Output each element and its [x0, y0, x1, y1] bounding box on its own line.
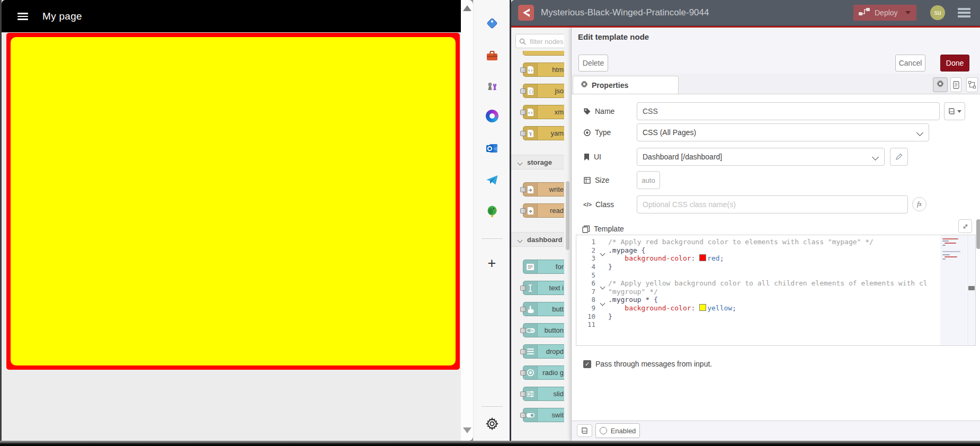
- size-auto-button[interactable]: auto: [637, 171, 660, 189]
- palette-category-storage[interactable]: storage: [511, 155, 564, 170]
- fx-button[interactable]: fx: [912, 197, 926, 211]
- deploy-dropdown-icon[interactable]: [905, 11, 911, 14]
- palette-node-for[interactable]: for: [523, 260, 564, 274]
- tray-toolbar: Delete Cancel Done: [572, 47, 980, 74]
- palette-node-partial: [523, 51, 564, 56]
- appearance-tab-button[interactable]: [966, 77, 978, 92]
- radio-icon: [523, 366, 538, 379]
- cancel-button[interactable]: Cancel: [895, 55, 925, 72]
- code-line-6[interactable]: 6/* Apply yellow background color to all…: [576, 279, 933, 288]
- hamburger-menu-icon[interactable]: [17, 13, 28, 20]
- palette-search-input[interactable]: [529, 35, 564, 48]
- scroll-down-icon[interactable]: [463, 427, 471, 433]
- editor-scrollbar[interactable]: [967, 235, 975, 345]
- line-number: 2: [576, 246, 598, 254]
- form-icon: [523, 260, 538, 273]
- sliders-icon: [523, 387, 538, 400]
- deploy-button[interactable]: Deploy: [853, 5, 916, 21]
- target-icon: [583, 129, 591, 137]
- user-avatar[interactable]: su: [930, 5, 945, 20]
- delete-button[interactable]: Delete: [578, 55, 608, 72]
- chevron-down-icon: [957, 110, 961, 113]
- tab-properties-label: Properties: [592, 81, 628, 90]
- tray-footer: Enabled: [572, 421, 980, 441]
- palette-node-swit[interactable]: swit: [523, 408, 564, 422]
- gear-icon: [937, 80, 944, 90]
- code-line-2[interactable]: 2.mypage {: [576, 246, 933, 255]
- tab-properties[interactable]: Properties: [573, 76, 679, 94]
- palette-category-dashboard[interactable]: dashboard: [511, 232, 564, 247]
- template-code-editor[interactable]: 1/* Apply red background color to elemen…: [576, 235, 976, 346]
- code-line-3[interactable]: 3 background-color: red;: [576, 254, 933, 263]
- m365-icon[interactable]: [474, 109, 510, 123]
- palette-node-radio-g[interactable]: radio g: [523, 365, 564, 380]
- hand-pointer-icon: [523, 302, 538, 316]
- line-number: 9: [576, 304, 598, 312]
- expand-editor-button[interactable]: [958, 219, 972, 233]
- palette-node-jso[interactable]: {}jso: [523, 84, 564, 98]
- chess-icon[interactable]: [474, 78, 510, 93]
- line-number: 6: [576, 279, 598, 287]
- editor-minimap[interactable]: [940, 235, 967, 345]
- page-title: My page: [42, 0, 82, 32]
- type-select[interactable]: CSS (All Pages): [637, 123, 929, 141]
- list-icon: [523, 345, 538, 358]
- file-code-icon: [523, 63, 538, 76]
- browser-scrollbar[interactable]: [461, 0, 473, 441]
- toolbox-icon[interactable]: [474, 48, 510, 63]
- palette-node-write[interactable]: write: [523, 182, 564, 197]
- size-icon: [583, 176, 591, 184]
- palette-node-dropd[interactable]: dropd: [523, 344, 564, 359]
- properties-tab-button[interactable]: [933, 77, 948, 92]
- edit-ui-button[interactable]: [890, 148, 908, 166]
- main-menu-icon[interactable]: [958, 8, 970, 17]
- node-label: htm: [538, 66, 564, 74]
- outlook-icon[interactable]: [474, 141, 510, 156]
- done-button[interactable]: Done: [940, 55, 969, 72]
- palette-scrollbar[interactable]: [564, 28, 571, 441]
- code-line-7[interactable]: 7"mygroup" */: [576, 288, 933, 296]
- tray-scrollbar-thumb[interactable]: [976, 219, 980, 249]
- palette-node-slid[interactable]: slid: [523, 387, 564, 401]
- passthrough-checkbox[interactable]: ✓: [583, 360, 591, 368]
- enabled-label: Enabled: [611, 427, 636, 435]
- telegram-icon[interactable]: [474, 173, 510, 188]
- code-line-10[interactable]: 10}: [576, 312, 933, 320]
- node-label: slid: [538, 390, 564, 398]
- node-label: text i: [538, 284, 564, 292]
- palette-node-read[interactable]: read: [523, 203, 564, 218]
- code-line-8[interactable]: 8.mygroup * {: [576, 296, 933, 304]
- code-text: /* Apply red background color to element…: [608, 238, 933, 246]
- class-input[interactable]: [637, 195, 908, 213]
- palette-search[interactable]: [515, 34, 564, 48]
- palette-node-butt[interactable]: butt: [523, 302, 564, 316]
- chevron-down-icon: [518, 160, 523, 166]
- palette-node-xm[interactable]: xm: [523, 105, 564, 119]
- chevron-down-icon: [518, 238, 523, 243]
- name-input[interactable]: [637, 102, 940, 120]
- tag-icon[interactable]: [474, 16, 510, 31]
- template-icon: [582, 225, 590, 233]
- code-line-5[interactable]: 5: [576, 271, 933, 279]
- parrot-icon[interactable]: [474, 204, 510, 219]
- code-line-1[interactable]: 1/* Apply red background color to elemen…: [576, 238, 933, 246]
- code-line-11[interactable]: 11: [576, 320, 933, 329]
- file-out-icon: [523, 204, 538, 217]
- ui-select[interactable]: Dashboard [/dashboard]: [637, 148, 885, 166]
- palette-node-button[interactable]: button: [523, 323, 564, 337]
- docs-toggle-button[interactable]: [577, 424, 592, 437]
- palette-node-htm[interactable]: htm: [523, 63, 564, 77]
- code-line-9[interactable]: 9 background-color: yellow;: [576, 304, 933, 313]
- settings-gear-icon[interactable]: [474, 417, 510, 432]
- enabled-toggle-button[interactable]: Enabled: [595, 423, 640, 438]
- code-line-4[interactable]: 4}: [576, 263, 933, 271]
- node-label: for: [538, 263, 564, 271]
- palette-node-text-i[interactable]: text i: [523, 281, 564, 295]
- dashboard-widget-yellow: [11, 37, 456, 365]
- palette-node-yam[interactable]: Yyam: [523, 126, 564, 140]
- divider: [482, 406, 503, 407]
- scroll-up-icon[interactable]: [463, 5, 471, 11]
- description-tab-button[interactable]: [950, 77, 961, 92]
- label-options-button[interactable]: [944, 102, 965, 120]
- add-icon[interactable]: +: [474, 256, 510, 271]
